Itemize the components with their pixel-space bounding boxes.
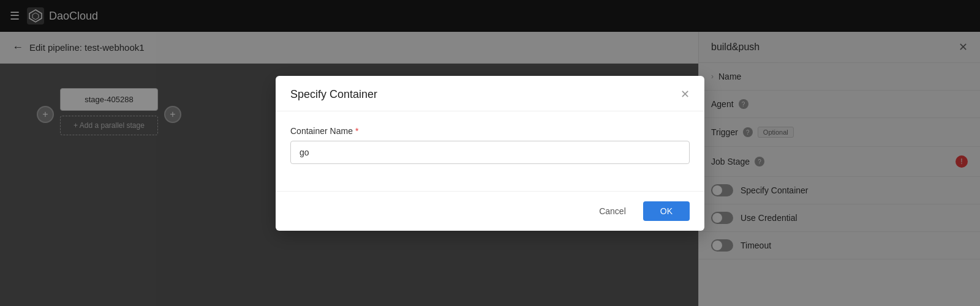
container-name-input[interactable]: [290, 141, 690, 164]
label-text: Container Name: [290, 126, 353, 136]
modal-body: Container Name *: [276, 111, 704, 191]
modal-footer: Cancel OK: [276, 191, 704, 231]
container-name-label: Container Name *: [290, 126, 690, 136]
required-indicator: *: [355, 126, 358, 136]
modal-close-button[interactable]: ✕: [680, 89, 690, 100]
ok-button[interactable]: OK: [643, 201, 690, 221]
modal-backdrop: Specify Container ✕ Container Name * Can…: [0, 0, 980, 306]
container-name-group: Container Name *: [290, 126, 690, 164]
specify-container-modal: Specify Container ✕ Container Name * Can…: [276, 76, 704, 231]
cancel-button[interactable]: Cancel: [589, 201, 636, 221]
modal-title: Specify Container: [290, 88, 377, 101]
modal-header: Specify Container ✕: [276, 76, 704, 111]
